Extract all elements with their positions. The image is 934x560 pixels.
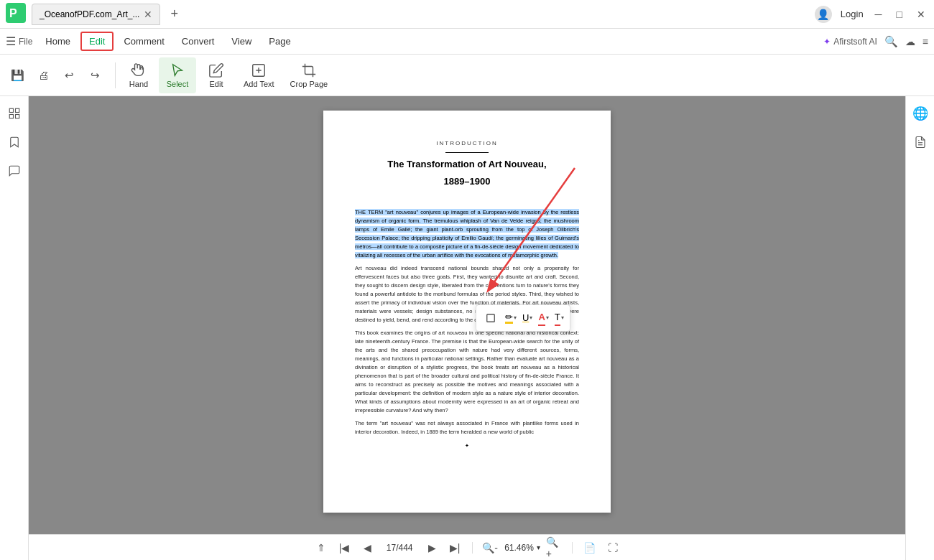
select-icon [170, 62, 185, 78]
right-sidebar: 🌐 [905, 96, 934, 560]
underline-icon: U [522, 311, 529, 325]
ai-label: Afirstsoft AI [833, 37, 877, 47]
zoom-dropdown-arrow[interactable]: ▾ [537, 543, 540, 551]
highlight-icon: ✏ [505, 312, 513, 324]
zoom-in-button[interactable]: 🔍+ [546, 539, 563, 556]
font-color-icon: A [538, 310, 545, 326]
cloud-button[interactable]: ☁ [905, 36, 915, 47]
menu-right: ✦ Afirstsoft AI 🔍 ☁ ≡ [823, 35, 928, 48]
tab-title: _OceanofPDF.com_Art_... [40, 9, 139, 19]
zoom-out-button[interactable]: 🔍- [481, 539, 499, 556]
text-format-icon: T [555, 310, 560, 326]
file-menu[interactable]: File [19, 37, 32, 47]
login-button[interactable]: Login [841, 9, 864, 19]
title-bar-right: 👤 Login ─ □ ✕ [815, 6, 928, 23]
add-text-label: Add Text [244, 80, 274, 88]
thumbnail-panel[interactable] [3, 102, 26, 125]
pdf-viewer[interactable]: INTRODUCTION The Transformation of Art N… [29, 96, 905, 534]
menu-edit[interactable]: Edit [80, 32, 114, 51]
float-font-color-tool[interactable]: A ▾ [537, 309, 550, 327]
separator-2 [572, 542, 573, 554]
toolbar-divider-1 [115, 62, 116, 88]
font-color-dropdown-arrow: ▾ [546, 314, 549, 322]
bottom-bar: ⇑ |◀ ◀ 17/444 ▶ ▶| 🔍- 61.46% ▾ 🔍+ 📄 ⛶ [29, 534, 905, 560]
toolbar: 💾 🖨 ↩ ↪ Hand Select Edit [0, 55, 934, 96]
underline-dropdown-arrow: ▾ [530, 314, 532, 322]
highlight-dropdown-arrow: ▾ [514, 314, 517, 322]
hand-tool[interactable]: Hand [120, 57, 157, 93]
svg-rect-7 [487, 314, 495, 322]
edit-tool[interactable]: Edit [198, 57, 235, 93]
select-tool[interactable]: Select [159, 57, 196, 93]
intro-title: The Transformation of Art Nouveau, [355, 157, 579, 172]
hand-icon [131, 62, 147, 78]
annotation-panel[interactable] [3, 159, 26, 182]
save-icon-btn[interactable]: 💾 [6, 64, 29, 87]
zoom-level: 61.46% [504, 543, 534, 553]
prev-page-first-button[interactable]: |◀ [336, 539, 353, 556]
highlighted-text: THE TERM "art nouveau" conjures up image… [355, 209, 579, 258]
menu-page[interactable]: Page [262, 33, 297, 50]
tab-close-button[interactable]: ✕ [144, 9, 152, 20]
crop-tool[interactable]: Crop Page [283, 57, 336, 93]
intro-line [445, 152, 489, 153]
next-page-button[interactable]: ▶ [423, 539, 440, 556]
float-text-format-tool[interactable]: T ▾ [553, 309, 565, 327]
translate-button[interactable]: 🌐 [909, 102, 932, 125]
page-number: 17/444 [382, 543, 417, 553]
crop-tool-label: Crop Page [290, 80, 328, 88]
fit-page-button[interactable]: 📄 [581, 539, 598, 556]
pdf-page: INTRODUCTION The Transformation of Art N… [323, 111, 611, 513]
body-paragraph-3: The term "art nouveau" was not always as… [355, 419, 579, 437]
menu-view[interactable]: View [224, 33, 259, 50]
title-bar: P _OceanofPDF.com_Art_... ✕ + 👤 Login ─ … [0, 0, 934, 29]
undo-icon-btn[interactable]: ↩ [57, 64, 80, 87]
menu-home[interactable]: Home [38, 33, 78, 50]
menu-convert[interactable]: Convert [175, 33, 222, 50]
float-highlight-tool[interactable]: ✏ ▾ [504, 311, 518, 325]
zoom-control: 61.46% ▾ [504, 543, 540, 553]
intro-label: INTRODUCTION [355, 139, 579, 148]
tools-group: 💾 🖨 ↩ ↪ Hand Select Edit [6, 57, 335, 93]
minimize-button[interactable]: ─ [872, 9, 885, 20]
svg-rect-4 [15, 108, 19, 112]
user-avatar: 👤 [815, 6, 832, 23]
page-intro: INTRODUCTION The Transformation of Art N… [355, 139, 579, 188]
active-tab[interactable]: _OceanofPDF.com_Art_... ✕ [32, 4, 160, 25]
hamburger-menu[interactable]: ☰ [6, 34, 16, 48]
print-icon-btn[interactable]: 🖨 [32, 64, 55, 87]
edit-icon [208, 62, 224, 78]
settings-button[interactable]: ≡ [923, 36, 928, 47]
svg-rect-5 [9, 115, 13, 118]
crop-icon [301, 62, 317, 78]
first-page-button[interactable]: ⇑ [313, 539, 330, 556]
redo-icon-btn[interactable]: ↪ [83, 64, 106, 87]
separator-1 [472, 542, 473, 554]
maximize-button[interactable]: □ [894, 9, 905, 20]
svg-rect-3 [9, 108, 13, 112]
search-button[interactable]: 🔍 [884, 35, 898, 48]
prev-page-button[interactable]: ◀ [359, 539, 376, 556]
menu-comment[interactable]: Comment [116, 33, 171, 50]
float-underline-tool[interactable]: U ▾ [521, 309, 534, 327]
close-button[interactable]: ✕ [914, 9, 928, 20]
highlighted-paragraph: THE TERM "art nouveau" conjures up image… [355, 208, 579, 260]
bookmark-panel[interactable] [3, 131, 26, 154]
new-tab-button[interactable]: + [166, 6, 182, 22]
float-select-icon[interactable] [481, 308, 501, 328]
add-text-tool[interactable]: Add Text [236, 57, 282, 93]
text-format-dropdown-arrow: ▾ [561, 314, 564, 322]
hand-tool-label: Hand [129, 80, 148, 88]
ai-icon: ✦ [823, 37, 831, 47]
next-page-last-button[interactable]: ▶| [446, 539, 463, 556]
fullscreen-button[interactable]: ⛶ [604, 539, 621, 556]
body-paragraph-2: This book examines the origins of art no… [355, 329, 579, 415]
left-sidebar [0, 96, 29, 560]
ai-button[interactable]: ✦ Afirstsoft AI [823, 37, 877, 47]
right-note-button[interactable] [909, 131, 932, 154]
svg-rect-6 [15, 115, 19, 118]
main-area: INTRODUCTION The Transformation of Art N… [0, 96, 934, 560]
float-toolbar: ✏ ▾ U ▾ A ▾ T ▾ [476, 304, 570, 332]
intro-subtitle: 1889–1900 [355, 174, 579, 189]
edit-tool-label: Edit [210, 80, 223, 88]
